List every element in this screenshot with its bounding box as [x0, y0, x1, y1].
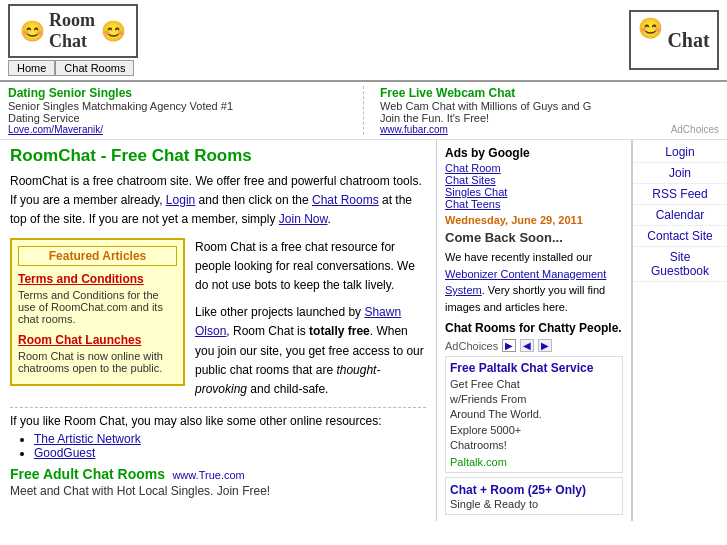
resource-item-0: The Artistic Network [34, 432, 426, 446]
come-back-title: Come Back Soon... [445, 230, 623, 245]
far-right-calendar[interactable]: Calendar [633, 205, 727, 226]
logo-text: Room Chat [49, 10, 97, 52]
top-ad-right-url-text[interactable]: www.fubar.com [380, 124, 448, 135]
resource-item-1: GoodGuest [34, 446, 426, 460]
far-right-rss[interactable]: RSS Feed [633, 184, 727, 205]
chat-rooms-title: Chat Rooms for Chatty People. [445, 321, 623, 335]
main-layout: RoomChat - Free Chat Rooms RoomChat is a… [0, 140, 727, 521]
ad-block-1-title[interactable]: Free Paltalk Chat Service [450, 361, 618, 377]
resource-link-0[interactable]: The Artistic Network [34, 432, 141, 446]
content-text-pre: We have recently installed our [445, 251, 592, 263]
ad-line-2: Around The World. [450, 408, 542, 420]
divider-1 [10, 407, 426, 408]
resources-section: If you like Room Chat, you may also like… [10, 414, 426, 460]
featured-article-1: Room Chat Launches Room Chat is now onli… [18, 333, 177, 374]
top-ad-left-title[interactable]: Dating Senior Singles [8, 86, 347, 100]
adchoices-arrow-left[interactable]: ◀ [520, 339, 534, 352]
far-right-contact[interactable]: Contact Site [633, 226, 727, 247]
top-ads: Dating Senior Singles Senior Singles Mat… [0, 82, 727, 140]
far-right-join[interactable]: Join [633, 163, 727, 184]
ad-link-1[interactable]: Chat Sites [445, 174, 623, 186]
page-title: RoomChat - Free Chat Rooms [10, 146, 426, 166]
nav-bar: Home Chat Rooms [8, 60, 138, 76]
ad-block-1-url[interactable]: Paltalk.com [450, 456, 618, 468]
nav-chatrooms-button[interactable]: Chat Rooms [55, 60, 134, 76]
top-ad-right: Free Live Webcam Chat Web Cam Chat with … [372, 86, 719, 135]
adchoices-label: AdChoices [671, 124, 719, 135]
ad-block-1: Free Paltalk Chat Service Get Free Chat … [445, 356, 623, 473]
totally-free: totally free [309, 324, 370, 338]
resources-list: The Artistic Network GoodGuest [10, 432, 426, 460]
intro-paragraph: RoomChat is a free chatroom site. We off… [10, 172, 426, 230]
login-link[interactable]: Login [166, 193, 195, 207]
adchoices-icon: ▶ [502, 339, 516, 352]
far-right-guestbook[interactable]: Site Guestbook [633, 247, 727, 282]
free-adult-section: Free Adult Chat Rooms www.True.com Meet … [10, 466, 426, 498]
logo-header-col: 😊 Room Chat 😊 Home Chat Rooms [8, 4, 138, 76]
logo-emoji-left: 😊 [20, 19, 45, 43]
adchoices-row: AdChoices ▶ ◀ ▶ [445, 339, 623, 352]
ad-line-0: Get Free Chat [450, 378, 520, 390]
join-link[interactable]: Join Now [279, 212, 328, 226]
ad-link-2[interactable]: Singles Chat [445, 186, 623, 198]
ad-block-2: Chat + Room (25+ Only) Single & Ready to [445, 477, 623, 516]
logo-emoji-right: 😊 [101, 19, 126, 43]
resources-intro: If you like Room Chat, you may also like… [10, 414, 426, 428]
intro-end: . [328, 212, 331, 226]
chatrooms-link[interactable]: Chat Rooms [312, 193, 379, 207]
sidebar-content-text: We have recently installed our Webonizer… [445, 249, 623, 315]
ad-line-4: Chatrooms! [450, 439, 507, 451]
top-ad-right-line2: Join the Fun. It's Free! [380, 112, 719, 124]
date-text: Wednesday, June 29, 2011 [445, 214, 623, 226]
right-sidebar: Ads by Google Chat Room Chat Sites Singl… [437, 140, 632, 521]
article-p1: Room Chat is a free chat resource for pe… [195, 238, 426, 296]
ad-link-3[interactable]: Chat Teens [445, 198, 623, 210]
chat-emoji: 😊 [638, 16, 663, 40]
ad-block-1-lines: Get Free Chat w/Friends From Around The … [450, 377, 618, 454]
featured-article-1-desc: Room Chat is now online with chatrooms o… [18, 350, 177, 374]
logo-box: 😊 Room Chat 😊 [8, 4, 138, 58]
page-header: 😊 Room Chat 😊 Home Chat Rooms 😊 Chat [0, 0, 727, 82]
top-ad-right-url: www.fubar.com AdChoices [380, 124, 719, 135]
ad-block-2-title[interactable]: Chat + Room (25+ Only) [450, 482, 618, 499]
far-right-login[interactable]: Login [633, 142, 727, 163]
featured-article-1-title[interactable]: Room Chat Launches [18, 333, 141, 347]
top-ad-left-line1: Senior Singles Matchmaking Agency Voted … [8, 100, 347, 112]
adchoices-text: AdChoices [445, 340, 498, 352]
ads-by-google: Ads by Google [445, 146, 623, 160]
free-adult-desc: Meet and Chat with Hot Local Singles. Jo… [10, 484, 426, 498]
article-p2: Like other projects launched by Shawn Ol… [195, 303, 426, 399]
article-p2-pre: Like other projects launched by [195, 305, 364, 319]
top-ad-right-title[interactable]: Free Live Webcam Chat [380, 86, 719, 100]
ad-line-1: w/Friends From [450, 393, 526, 405]
article-content: Room Chat is a free chat resource for pe… [195, 238, 426, 400]
left-content: RoomChat - Free Chat Rooms RoomChat is a… [0, 140, 437, 521]
featured-article-0-title[interactable]: Terms and Conditions [18, 272, 144, 286]
featured-title: Featured Articles [18, 246, 177, 266]
top-ad-divider [363, 86, 364, 135]
intro-mid: and then click on the [195, 193, 312, 207]
featured-and-article: Featured Articles Terms and Conditions T… [10, 238, 426, 400]
header-chat-logo: 😊 Chat [629, 10, 719, 70]
nav-home-button[interactable]: Home [8, 60, 55, 76]
far-right-nav: Login Join RSS Feed Calendar Contact Sit… [632, 140, 727, 521]
top-ad-left: Dating Senior Singles Senior Singles Mat… [8, 86, 355, 135]
article-p2-comma: , Room Chat is [226, 324, 309, 338]
chat-logo-text: Chat [667, 29, 709, 52]
ad-links: Chat Room Chat Sites Singles Chat Chat T… [445, 162, 623, 210]
ad-link-0[interactable]: Chat Room [445, 162, 623, 174]
top-ad-left-line2: Dating Service [8, 112, 347, 124]
top-ad-right-line1: Web Cam Chat with Millions of Guys and G [380, 100, 719, 112]
featured-box: Featured Articles Terms and Conditions T… [10, 238, 185, 386]
ad-line-3: Explore 5000+ [450, 424, 521, 436]
featured-article-0-desc: Terms and Conditions for the use of Room… [18, 289, 177, 325]
free-adult-url[interactable]: www.True.com [172, 469, 244, 481]
free-adult-title: Free Adult Chat Rooms [10, 466, 165, 482]
top-ad-left-url[interactable]: Love.com/Maveranik/ [8, 124, 347, 135]
resource-link-1[interactable]: GoodGuest [34, 446, 95, 460]
adchoices-arrow-right[interactable]: ▶ [538, 339, 552, 352]
featured-article-0: Terms and Conditions Terms and Condition… [18, 272, 177, 325]
ad-block-2-desc: Single & Ready to [450, 498, 618, 510]
article-p2-end: and child-safe. [247, 382, 328, 396]
